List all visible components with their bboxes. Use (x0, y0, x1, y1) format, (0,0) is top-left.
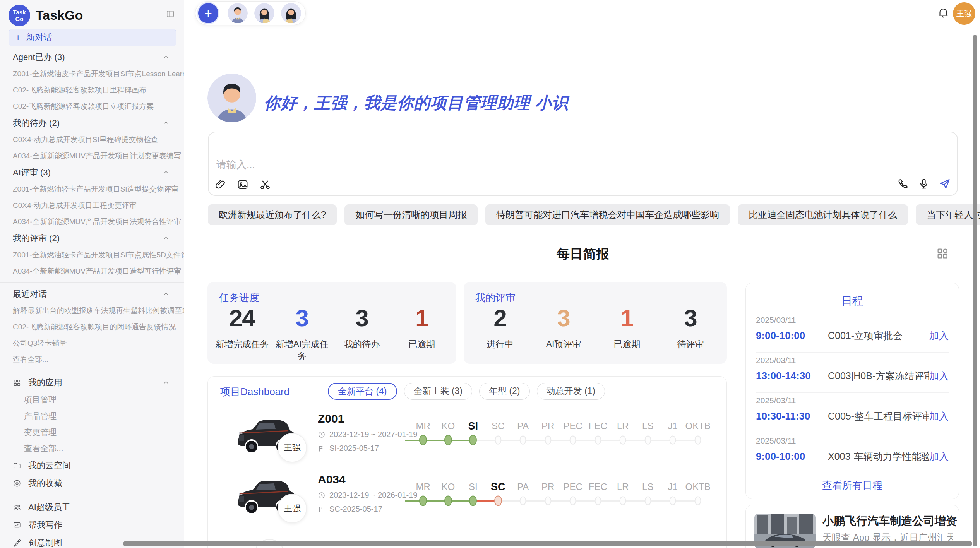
project-row[interactable]: 王强A0342023-12-19 ~ 2026-01-19SC-2025-05-… (208, 468, 727, 529)
briefing-layout-icon[interactable] (936, 247, 949, 260)
milestone-label: KO (436, 419, 461, 433)
suggestion-chip[interactable]: 特朗普可能对进口汽车增税会对中国车企造成哪些影响 (485, 204, 730, 225)
chat-input[interactable]: 请输入... (208, 132, 958, 196)
timeline-segment (673, 440, 698, 441)
schedule-event-title: C005-整车工程目标评审 (828, 410, 929, 423)
milestone-label: LS (636, 419, 661, 433)
milestone-dot (520, 436, 526, 445)
new-chat-button[interactable]: + 新对话 (9, 29, 176, 46)
milestone-dot (469, 435, 477, 445)
sidebar-item[interactable]: Z001-全新燃油轻卡产品开发项目SI造型提交物评审 (0, 181, 184, 197)
sidebar-section-header[interactable]: Agent已办 (3) (0, 49, 184, 66)
recent-chat-item[interactable]: C02-飞腾新能源轻客改款项目的闭环通告反馈情况 (0, 319, 184, 335)
timeline-segment (548, 500, 573, 502)
sidebar-item-label: AI超级员工 (28, 502, 170, 513)
app-sub-item[interactable]: 项目管理 (0, 392, 184, 408)
sidebar-item[interactable]: C02-飞腾新能源轻客改款项目里程碑画布 (0, 82, 184, 98)
stat-value: 1 (392, 305, 452, 331)
date-range: 2023-12-19 ~ 2026-01-19 (329, 491, 417, 500)
sidebar-section-header[interactable]: 最近对话 (0, 286, 184, 303)
dashboard-tab[interactable]: 全新上装 (3) (404, 383, 473, 400)
plus-icon: + (15, 32, 21, 44)
sidebar-item[interactable]: Z001-全新燃油皮卡产品开发项目SI节点Lesson Learn报告 (0, 66, 184, 82)
suggestion-chip[interactable]: 比亚迪全固态电池计划具体说了什么 (738, 204, 908, 225)
sidebar-item[interactable]: C0X4-动力总成开发项目SI里程碑提交物检查 (0, 132, 184, 148)
app-sub-item[interactable]: 产品管理 (0, 408, 184, 424)
agent-avatar-1[interactable] (228, 3, 248, 23)
suggestion-chip[interactable]: 如何写一份清晰的项目周报 (344, 204, 478, 225)
sidebar-item[interactable]: C0X4-动力总成开发项目工程变更评审 (0, 197, 184, 214)
sidebar-section-header[interactable]: 我的评审 (2) (0, 230, 184, 247)
schedule-item: 2025/03/1110:30-11:30C005-整车工程目标评审加入 (746, 393, 959, 433)
my-review-card: 我的评审2进行中3AI预评审1已逾期3待评审 (464, 282, 727, 364)
suggestion-chip[interactable]: 欧洲新规最近颁布了什么? (208, 204, 337, 225)
schedule-time: 13:00-14:30 (756, 370, 828, 382)
sidebar-item-my-apps[interactable]: 我的应用 (0, 374, 184, 392)
schedule-date: 2025/03/11 (756, 356, 949, 365)
agent-avatar-3[interactable] (281, 3, 301, 23)
join-link[interactable]: 加入 (929, 370, 949, 382)
view-all-schedule-link[interactable]: 查看所有日程 (746, 479, 959, 492)
milestone-dot (595, 436, 601, 445)
dashboard-tab[interactable]: 动总开发 (1) (537, 383, 605, 400)
timeline-segment (598, 500, 623, 502)
suggestion-chip[interactable]: 当下年轻人对汽车外观有怎样的喜好趋势 (916, 204, 980, 225)
sidebar-item[interactable]: A034-全新新能源MUV产品开发项目计划变更表编写 (0, 148, 184, 164)
project-row[interactable]: 王强Z0012023-12-19 ~ 2027-01-19SI-2025-05-… (208, 408, 727, 468)
sidebar-item-favorites[interactable]: 我的收藏 (0, 474, 184, 492)
sidebar-item-label: 我的云空间 (28, 460, 170, 471)
scissors-icon[interactable] (259, 178, 272, 191)
milestone-label: KO (436, 480, 461, 494)
sidebar-item[interactable]: A034-全新新能源MUV产品开发项目造型可行性评审 (0, 263, 184, 279)
milestone-label: PEC (560, 480, 586, 494)
divider (0, 282, 184, 283)
sidebar-section-header[interactable]: 我的待办 (2) (0, 115, 184, 132)
milestone-dot (444, 496, 452, 506)
timeline-segment (623, 440, 648, 441)
project-code: A034 (318, 473, 346, 486)
folder-icon (13, 461, 21, 470)
section-title: 我的待办 (2) (13, 117, 162, 129)
milestone-timeline: MRKOSISCPAPRPECFECLRLSJ1OKTB (411, 419, 710, 447)
recent-chat-item[interactable]: 公司Q3轻卡销量 (0, 335, 184, 351)
new-chat-label: 新对话 (26, 32, 52, 43)
notification-bell-icon[interactable] (937, 6, 950, 19)
milestone-dot (694, 497, 701, 505)
stat: 1已逾期 (595, 305, 659, 350)
sidebar-item-help-me-write[interactable]: 帮我写作 (0, 516, 184, 534)
milestone: J1 (660, 480, 685, 508)
attach-file-icon[interactable] (214, 178, 227, 191)
image-upload-icon[interactable] (236, 178, 249, 191)
join-link[interactable]: 加入 (929, 450, 949, 463)
microphone-icon[interactable] (917, 177, 930, 190)
milestone-label: PR (536, 480, 561, 494)
join-link[interactable]: 加入 (929, 410, 949, 423)
send-icon[interactable] (938, 177, 951, 190)
sidebar-item-ai-super-staff[interactable]: AI超级员工 (0, 498, 184, 516)
milestone-dot (670, 497, 676, 505)
sidebar-item-cloud-space[interactable]: 我的云空间 (0, 457, 184, 474)
dashboard-tab[interactable]: 年型 (2) (479, 383, 530, 400)
horizontal-scrollbar[interactable] (123, 541, 972, 546)
sidebar-apps: 我的应用项目管理产品管理变更管理查看全部...我的云空间我的收藏 (0, 374, 184, 492)
sidebar-section-header[interactable]: AI评审 (3) (0, 164, 184, 181)
sidebar-tools: AI超级员工帮我写作创意制图 (0, 498, 184, 548)
recent-chat-item[interactable]: 解释最新出台的欧盟报废车法规再生塑料比例被调至15%... (0, 303, 184, 319)
app-sub-item[interactable]: 变更管理 (0, 424, 184, 440)
sidebar-item[interactable]: C02-飞腾新能源轻客改款项目立项汇报方案 (0, 98, 184, 115)
collapse-sidebar-icon[interactable] (164, 8, 176, 20)
milestone-dot (419, 435, 427, 445)
voice-call-icon[interactable] (896, 177, 910, 190)
view-all-link[interactable]: 查看全部... (0, 351, 184, 368)
vertical-scrollbar[interactable] (973, 35, 977, 546)
sidebar-item[interactable]: Z001-全新燃油轻卡产品开发项目SI节点属性5D文件评审 (0, 247, 184, 263)
project-dashboard-card: 项目Dashboard 全新平台 (4)全新上装 (3)年型 (2)动总开发 (… (207, 376, 727, 548)
dashboard-tab[interactable]: 全新平台 (4) (328, 383, 397, 400)
user-avatar[interactable]: 王强 (953, 2, 975, 25)
app-sub-item[interactable]: 查看全部... (0, 440, 184, 457)
sidebar-item[interactable]: A034-全新新能源MUV产品开发项目法规符合性评审 (0, 214, 184, 230)
milestone: LS (636, 480, 661, 508)
join-link[interactable]: 加入 (929, 329, 949, 342)
add-agent-button[interactable]: + (198, 3, 218, 23)
agent-avatar-2[interactable] (254, 3, 274, 23)
